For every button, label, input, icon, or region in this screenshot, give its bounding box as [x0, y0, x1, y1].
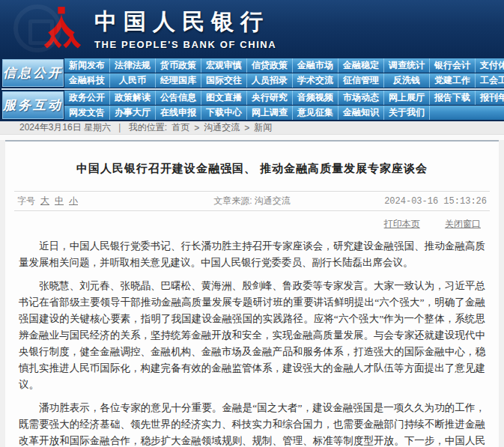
nav-item-market-dynamics[interactable]: 市场动态: [338, 91, 384, 105]
nav-item-international-exchange[interactable]: 国际交往: [201, 73, 247, 88]
font-size-label: 字号: [17, 195, 35, 207]
nav-item-payment-system[interactable]: 支付体系: [476, 58, 504, 73]
close-window-link[interactable]: 关闭窗口: [445, 219, 481, 229]
print-page-link[interactable]: 打印本页: [384, 219, 420, 229]
main-navigation: 信息公开 新闻发布 法律法规 货币政策 宏观审慎 信贷政策 金融市场 金融稳定 …: [0, 56, 504, 121]
nav-group-service-interaction: 服务互动 政务公开 政策解读 公告信息 图文直播 央行研究 音频视频 市场动态 …: [1, 88, 504, 121]
nav-item-macroprudential[interactable]: 宏观审慎: [201, 58, 247, 73]
article-datetime: 2024-03-16 15:13:26: [332, 196, 487, 207]
nav-item-bank-accounting[interactable]: 银行会计: [430, 58, 476, 73]
nav-item-gov-affairs[interactable]: 政务公开: [64, 91, 110, 105]
article-meta-row: 字号 大 中 小 文章来源: 沟通交流 2024-03-16 15:13:26: [13, 192, 491, 210]
nav-item-comment-solicitation[interactable]: 意见征集: [293, 106, 338, 120]
breadcrumb-home-link[interactable]: 首页: [171, 121, 189, 134]
nav-item-financial-markets[interactable]: 金融市场: [293, 58, 338, 73]
nav-item-policy-interpretation[interactable]: 政策解读: [110, 91, 156, 105]
article-body: 近日，中国人民银行党委书记、行长潘功胜主持召开专家座谈会，研究建设金融强国、推动…: [13, 232, 491, 447]
article-source: 文章来源: 沟通交流: [172, 195, 332, 207]
nav-item-audio-video[interactable]: 音频视频: [293, 91, 338, 105]
site-header: 中国人民银行 THE PEOPLE'S BANK OF CHINA: [0, 0, 504, 56]
nav-item-empty: [476, 106, 504, 120]
nav-item-online-filing[interactable]: 在线申报: [156, 106, 201, 120]
coin-watermark-decoration: [13, 4, 61, 52]
location-prefix: 我的位置:: [129, 121, 167, 134]
nav-item-renminbi[interactable]: 人民币: [110, 73, 156, 88]
current-date: 2024年3月16日 星期六: [19, 121, 111, 134]
breadcrumb-divider: ｜: [115, 121, 124, 134]
nav-item-news-release[interactable]: 新闻发布: [64, 58, 110, 73]
article-actions: 打印本页 关闭窗口: [13, 211, 491, 232]
nav-item-survey-statistics[interactable]: 调查统计: [384, 58, 430, 73]
breadcrumb-gap: [0, 135, 504, 140]
nav-group-label-info-disclosure[interactable]: 信息公开: [2, 59, 64, 87]
breadcrumb-communication-link[interactable]: 沟通交流: [204, 121, 240, 134]
nav-item-download-center[interactable]: 下载中心: [201, 106, 247, 120]
nav-item-online-exhibition[interactable]: 网上展厅: [384, 91, 430, 105]
font-size-medium-link[interactable]: 中: [55, 195, 64, 207]
nav-item-empty: [430, 106, 476, 120]
article-title: 中国人民银行召开建设金融强国、 推动金融高质量发展专家座谈会: [13, 142, 491, 191]
nav-item-labor-union[interactable]: 工会工作: [476, 73, 504, 88]
nav-item-credit-reporting[interactable]: 征信管理: [338, 73, 384, 88]
bank-name-english: THE PEOPLE'S BANK OF CHINA: [94, 39, 276, 50]
nav-item-recruitment[interactable]: 人员招录: [247, 73, 293, 88]
breadcrumb-separator: >: [194, 123, 199, 133]
nav-item-state-treasury[interactable]: 经理国库: [156, 73, 201, 88]
nav-item-anti-money-laundering[interactable]: 反洗钱: [384, 73, 430, 88]
article-container: 中国人民银行召开建设金融强国、 推动金融高质量发展专家座谈会 字号 大 中 小 …: [5, 140, 499, 447]
nav-item-online-survey[interactable]: 网上调查: [247, 106, 293, 120]
nav-item-academic-exchange[interactable]: 学术交流: [293, 73, 338, 88]
nav-item-laws-regulations[interactable]: 法律法规: [110, 58, 156, 73]
font-size-small-link[interactable]: 小: [69, 195, 78, 207]
font-size-large-link[interactable]: 大: [40, 195, 49, 207]
bank-name-chinese: 中国人民银行: [94, 7, 276, 37]
nav-group-info-disclosure: 信息公开 新闻发布 法律法规 货币政策 宏观审慎 信贷政策 金融市场 金融稳定 …: [1, 58, 504, 88]
nav-item-party-building[interactable]: 党建工作: [430, 73, 476, 88]
nav-item-periodicals-yearbook[interactable]: 报刊年鉴: [476, 91, 504, 105]
article-paragraph: 潘功胜表示，各位专家的意见十分重要。金融是“国之大者”，建设金融强国是一项久久为…: [19, 400, 485, 447]
nav-item-financial-stability[interactable]: 金融稳定: [338, 58, 384, 73]
nav-item-central-bank-research[interactable]: 央行研究: [247, 91, 293, 105]
nav-item-monetary-policy[interactable]: 货币政策: [156, 58, 201, 73]
nav-item-credit-policy[interactable]: 信贷政策: [247, 58, 293, 73]
breadcrumb-news-link[interactable]: 新闻: [254, 121, 272, 134]
nav-group-label-service-interaction[interactable]: 服务互动: [2, 91, 64, 119]
nav-item-announcements[interactable]: 公告信息: [156, 91, 201, 105]
article-paragraph: 近日，中国人民银行党委书记、行长潘功胜主持召开专家座谈会，研究建设金融强国、推动…: [19, 238, 485, 271]
nav-item-service-hall[interactable]: 办事大厅: [110, 106, 156, 120]
nav-item-report-download[interactable]: 报告下载: [430, 91, 476, 105]
nav-item-live-broadcast[interactable]: 图文直播: [201, 91, 247, 105]
breadcrumb: 2024年3月16日 星期六 ｜ 我的位置: 首页 > 沟通交流 > 新闻: [0, 121, 504, 135]
nav-item-fintech[interactable]: 金融科技: [64, 73, 110, 88]
nav-item-online-documents[interactable]: 网发文告: [64, 106, 110, 120]
nav-item-about-us[interactable]: 关于我们: [384, 106, 430, 120]
nav-item-financial-knowledge[interactable]: 金融知识: [338, 106, 384, 120]
breadcrumb-separator: >: [244, 123, 249, 133]
article-paragraph: 张晓慧、刘元春、张晓晶、巴曙松、黄海洲、殷剑峰、鲁政委等专家发言。大家一致认为，…: [19, 278, 485, 393]
